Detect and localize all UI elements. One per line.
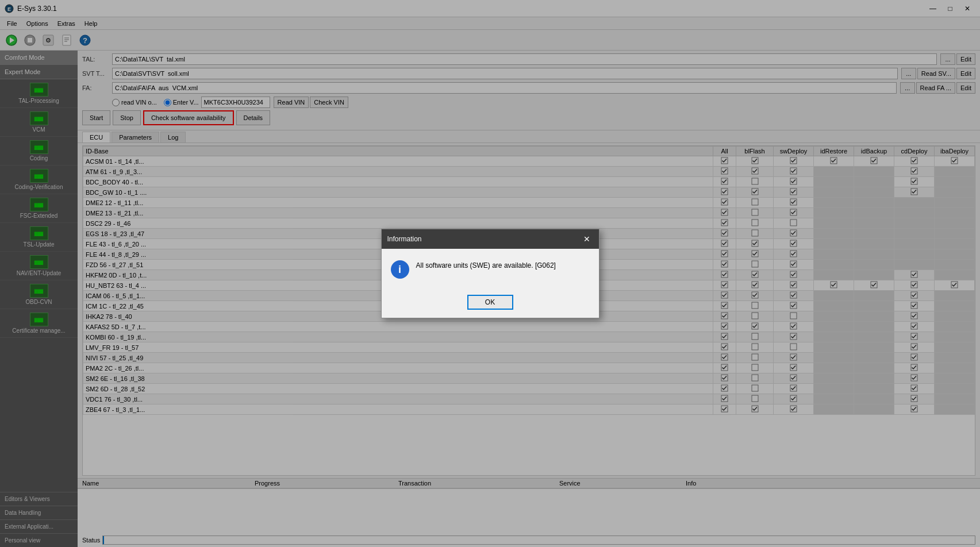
modal-titlebar: Information ✕ [382, 229, 599, 249]
modal-message: All software units (SWE) are available. … [416, 260, 556, 271]
modal-overlay: Information ✕ i All software units (SWE)… [0, 0, 980, 547]
modal-info-icon: i [391, 260, 409, 279]
modal-footer: OK [382, 290, 599, 318]
information-dialog: Information ✕ i All software units (SWE)… [381, 229, 599, 318]
modal-ok-button[interactable]: OK [467, 295, 513, 310]
modal-title: Information [387, 235, 422, 243]
modal-close-button[interactable]: ✕ [581, 233, 593, 245]
modal-body: i All software units (SWE) are available… [382, 249, 599, 290]
